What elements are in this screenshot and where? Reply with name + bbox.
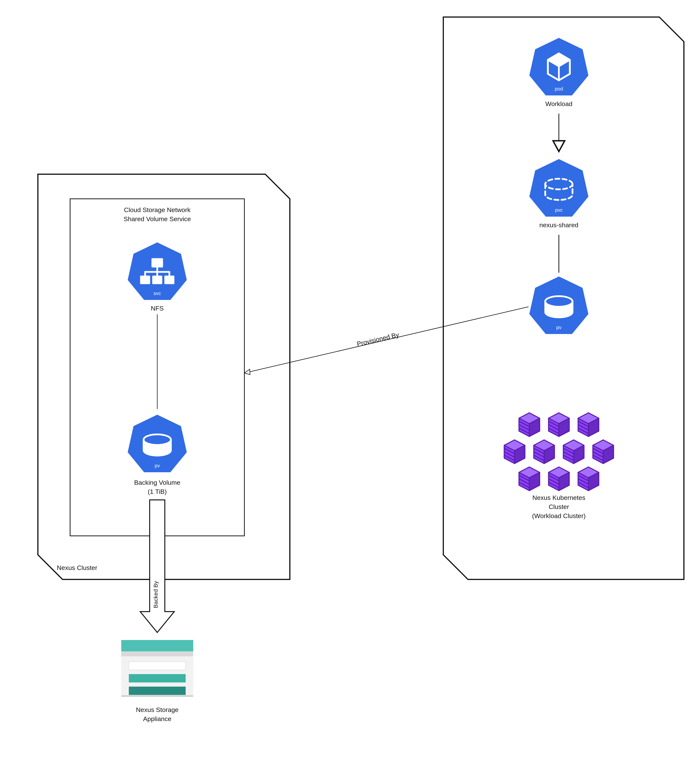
svg-point-26: [143, 434, 171, 445]
svg-rect-32: [129, 687, 186, 695]
pod-icon: pod: [529, 38, 588, 95]
svg-rect-30: [129, 662, 186, 670]
svg-rect-17: [152, 259, 162, 266]
inner-title-1: Cloud Storage Network: [124, 206, 191, 213]
pv-right-tag: pv: [556, 325, 561, 330]
pv-backing-caption-1: Backing Volume: [134, 479, 180, 486]
pv-backing-tag: pv: [155, 463, 160, 468]
svg-rect-25: [165, 276, 173, 283]
svc-icon: svc: [128, 242, 187, 300]
storage-caption-1: Nexus Storage: [136, 706, 178, 713]
svg-rect-29: [121, 651, 193, 656]
pvc-caption: nexus-shared: [539, 221, 578, 228]
svg-point-15: [545, 296, 573, 307]
backed-by-arrow: Backed By: [140, 500, 174, 633]
cluster-caption-2: Cluster: [548, 503, 569, 510]
backed-by-label: Backed By: [153, 581, 159, 608]
svg-rect-23: [141, 276, 149, 283]
storage-appliance-icon: [121, 640, 193, 697]
cluster-caption-1: Nexus Kubernetes: [532, 494, 585, 501]
pod-caption: Workload: [545, 100, 573, 107]
provisioned-by-label: Provisioned By: [356, 331, 400, 348]
svc-tag: svc: [153, 290, 161, 296]
inner-title-2: Shared Volume Service: [123, 215, 191, 223]
cluster-caption-3: (Workload Cluster): [532, 512, 586, 519]
pv-right-icon: pv: [529, 276, 588, 334]
nexus-cluster-label: Nexus Cluster: [57, 564, 97, 571]
diagram-canvas: pod Workload pvc nexus-shared pv: [0, 0, 700, 779]
svg-rect-31: [129, 674, 186, 682]
svg-rect-24: [153, 276, 162, 283]
provisioned-by-link: Provisioned By: [244, 307, 528, 375]
pv-backing-caption-2: (1 TiB): [148, 488, 167, 495]
kubernetes-nodes-icon: [504, 413, 613, 491]
storage-caption-2: Appliance: [143, 715, 171, 722]
pvc-icon: pvc: [529, 159, 588, 216]
svg-marker-35: [244, 369, 250, 375]
svg-rect-33: [121, 695, 193, 697]
svc-caption: NFS: [151, 305, 164, 312]
pv-backing-icon: pv: [128, 414, 187, 472]
pvc-tag: pvc: [555, 207, 563, 213]
svg-rect-28: [121, 640, 193, 651]
pod-tag: pod: [555, 86, 563, 92]
